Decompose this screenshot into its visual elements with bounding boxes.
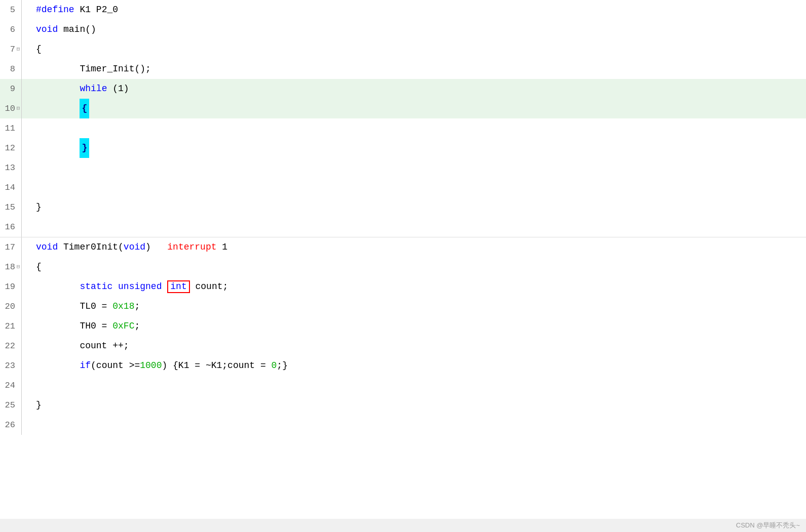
line-10-content: { bbox=[31, 99, 806, 118]
line-number-9: 9 bbox=[0, 79, 31, 99]
code-line-25: 25 } bbox=[0, 395, 806, 415]
while-keyword: while bbox=[80, 79, 107, 99]
define-keyword: #define bbox=[36, 0, 74, 20]
line-26-content bbox=[31, 415, 806, 435]
line-number-23: 23 bbox=[0, 356, 31, 376]
line-23-content: if(count >=1000) {K1 = ~K1;count = 0;} bbox=[31, 356, 806, 376]
line-number-11: 11 bbox=[0, 118, 31, 138]
line-number-7: 7 ⊟ bbox=[0, 39, 31, 59]
line-number-6: 6 bbox=[0, 20, 31, 39]
line-number-26: 26 bbox=[0, 415, 31, 435]
code-line-7: 7 ⊟ { bbox=[0, 39, 806, 59]
line-11-content bbox=[31, 118, 806, 138]
line-number-18: 18 ⊟ bbox=[0, 257, 31, 277]
code-line-16: 16 bbox=[0, 217, 806, 237]
code-line-26: 26 bbox=[0, 415, 806, 435]
interrupt-keyword: interrupt bbox=[167, 237, 216, 257]
code-line-22: 22 count ++; bbox=[0, 336, 806, 356]
code-line-18: 18 ⊟ { bbox=[0, 257, 806, 277]
code-line-19: 19 static unsigned int count; bbox=[0, 277, 806, 297]
line-number-5: 5 bbox=[0, 0, 31, 20]
line-13-content bbox=[31, 158, 806, 178]
code-line-20: 20 TL0 = 0x18; bbox=[0, 297, 806, 316]
if-keyword: if bbox=[80, 356, 91, 376]
hex-value-2: 0xFC bbox=[112, 316, 134, 336]
fold-10[interactable]: ⊟ bbox=[15, 99, 21, 118]
int-keyword-boxed: int bbox=[167, 280, 189, 294]
code-line-15: 15 } bbox=[0, 197, 806, 217]
fold-7[interactable]: ⊟ bbox=[15, 39, 21, 59]
void-keyword: void bbox=[36, 20, 58, 39]
code-line-24: 24 bbox=[0, 376, 806, 395]
line-25-content: } bbox=[31, 395, 806, 415]
line-number-10: 10 ⊟ bbox=[0, 99, 31, 118]
line-21-content: TH0 = 0xFC; bbox=[31, 316, 806, 336]
line-15-content: } bbox=[31, 197, 806, 217]
line-number-17: 17 bbox=[0, 237, 31, 257]
line-number-22: 22 bbox=[0, 336, 31, 356]
code-line-23: 23 if(count >=1000) {K1 = ~K1;count = 0;… bbox=[0, 356, 806, 376]
line-5-content: #define K1 P2_0 bbox=[31, 0, 806, 20]
code-editor: 5 #define K1 P2_0 6 void main() 7 bbox=[0, 0, 806, 532]
code-line-17: 17 void Timer0Init(void) interrupt 1 bbox=[0, 237, 806, 257]
open-brace-cyan: { bbox=[80, 99, 89, 118]
code-line-5: 5 #define K1 P2_0 bbox=[0, 0, 806, 20]
line-number-21: 21 bbox=[0, 316, 31, 336]
fold-18[interactable]: ⊟ bbox=[15, 257, 21, 277]
line-number-15: 15 bbox=[0, 197, 31, 217]
line-19-content: static unsigned int count; bbox=[31, 277, 806, 297]
hex-value-1: 0x18 bbox=[112, 297, 134, 316]
code-line-8: 8 Timer_Init(); bbox=[0, 59, 806, 79]
code-line-21: 21 TH0 = 0xFC; bbox=[0, 316, 806, 336]
close-brace-cyan: } bbox=[80, 138, 89, 158]
line-20-content: TL0 = 0x18; bbox=[31, 297, 806, 316]
line-number-25: 25 bbox=[0, 395, 31, 415]
line-24-content bbox=[31, 376, 806, 395]
line-22-content: count ++; bbox=[31, 336, 806, 356]
line-9-content: while (1) bbox=[31, 79, 806, 99]
line-number-14: 14 bbox=[0, 178, 31, 197]
line-14-content bbox=[31, 178, 806, 197]
code-line-9: 9 while (1) bbox=[0, 79, 806, 99]
line-number-12: 12 bbox=[0, 138, 31, 158]
line-number-16: 16 bbox=[0, 217, 31, 237]
static-keyword: static bbox=[80, 277, 112, 297]
line-number-13: 13 bbox=[0, 158, 31, 178]
code-line-10: 10 ⊟ { bbox=[0, 99, 806, 118]
code-line-11: 11 bbox=[0, 118, 806, 138]
line-number-19: 19 bbox=[0, 277, 31, 297]
code-line-12: 12 } bbox=[0, 138, 806, 158]
footer-text: CSDN @早睡不秃头~ bbox=[736, 521, 800, 529]
code-line-14: 14 bbox=[0, 178, 806, 197]
count-value: 1000 bbox=[140, 356, 162, 376]
void-keyword-2: void bbox=[36, 237, 58, 257]
line-6-content: void main() bbox=[31, 20, 806, 39]
line-17-content: void Timer0Init(void) interrupt 1 bbox=[31, 237, 806, 257]
line-8-content: Timer_Init(); bbox=[31, 59, 806, 79]
line-number-8: 8 bbox=[0, 59, 31, 79]
code-line-6: 6 void main() bbox=[0, 20, 806, 39]
line-number-20: 20 bbox=[0, 297, 31, 316]
code-line-13: 13 bbox=[0, 158, 806, 178]
line-7-content: { bbox=[31, 39, 806, 59]
unsigned-keyword: unsigned bbox=[118, 277, 162, 297]
line-number-24: 24 bbox=[0, 376, 31, 395]
code-area: 5 #define K1 P2_0 6 void main() 7 bbox=[0, 0, 806, 435]
line-12-content: } bbox=[31, 138, 806, 158]
line-16-content bbox=[31, 217, 806, 237]
line-18-content: { bbox=[31, 257, 806, 277]
footer-bar: CSDN @早睡不秃头~ bbox=[0, 519, 806, 532]
